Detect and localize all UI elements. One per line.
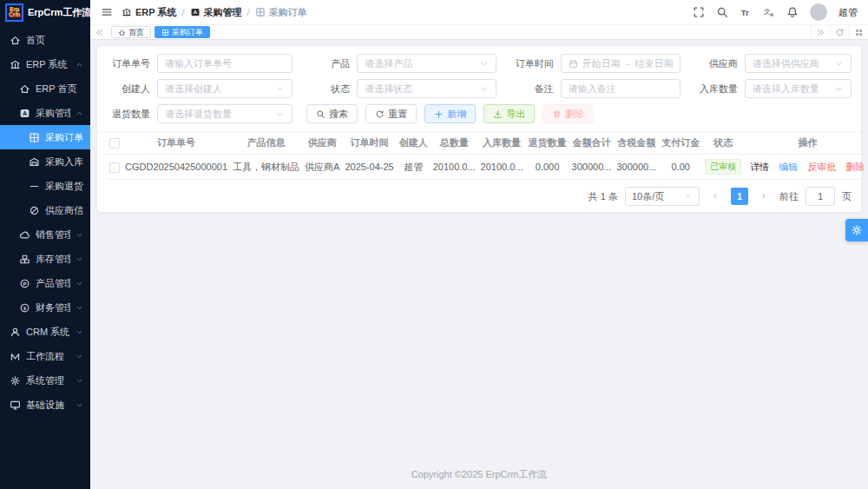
col-actions: 操作 bbox=[744, 132, 868, 155]
col-inbound-qty: 入库数量 bbox=[478, 132, 526, 155]
filter-return-qty: 退货数量 请选择退货数量 bbox=[107, 104, 293, 123]
tab-purchase-order[interactable]: 采购订单 bbox=[155, 26, 210, 38]
prev-page-button[interactable] bbox=[707, 188, 724, 205]
app-logo: Erp Crm bbox=[5, 3, 23, 22]
cell-return-qty: 0.000 bbox=[526, 155, 569, 180]
sidebar-item-purchase-mgmt[interactable]: A 采购管理 bbox=[0, 101, 90, 125]
scroll-tabs-left-button[interactable] bbox=[90, 25, 108, 39]
search-icon bbox=[316, 109, 326, 119]
sidebar-item-erp-home[interactable]: ERP 首页 bbox=[0, 76, 90, 101]
sidebar-item-purchase-return[interactable]: 采购退货 bbox=[0, 174, 90, 198]
chevron-down-icon bbox=[76, 255, 83, 263]
sidebar-item-sales-mgmt[interactable]: 销售管理 bbox=[0, 222, 90, 247]
search-button[interactable]: 搜索 bbox=[306, 104, 358, 123]
sidebar-item-purchase-order[interactable]: 采购订单 bbox=[0, 125, 90, 149]
delete-button[interactable]: 删除 bbox=[542, 104, 594, 123]
tab-options-button[interactable] bbox=[849, 25, 868, 39]
scroll-tabs-right-button[interactable] bbox=[811, 25, 830, 39]
row-checkbox[interactable] bbox=[109, 162, 120, 173]
product-select[interactable]: 请选择产品 bbox=[357, 54, 496, 73]
col-return-qty: 退货数量 bbox=[526, 132, 569, 155]
detail-link[interactable]: 详情 bbox=[750, 162, 769, 172]
sidebar-item-workflow[interactable]: 工作流程 bbox=[0, 344, 90, 368]
breadcrumb-separator: / bbox=[247, 7, 250, 17]
top-header: ERP 系统 / A 采购管理 / 采购订单 Tr 文A bbox=[90, 0, 868, 24]
reset-button[interactable]: 重置 bbox=[365, 104, 417, 123]
col-status: 状态 bbox=[702, 132, 744, 155]
hamburger-icon bbox=[101, 6, 113, 18]
workflow-icon bbox=[10, 351, 21, 362]
fullscreen-button[interactable] bbox=[693, 6, 705, 18]
font-size-button[interactable]: Tr bbox=[740, 6, 752, 18]
goto-page-input[interactable] bbox=[806, 187, 835, 206]
finance-icon: ¥ bbox=[19, 302, 30, 314]
translate-icon: 文A bbox=[763, 6, 775, 18]
filter-inbound-qty: 入库数量 请选择入库数量 bbox=[694, 79, 852, 98]
sidebar-item-infrastructure[interactable]: 基础设施 bbox=[0, 393, 90, 417]
hamburger-button[interactable] bbox=[101, 6, 113, 18]
sidebar-item-finance-mgmt[interactable]: ¥ 财务管理 bbox=[0, 295, 90, 320]
add-button[interactable]: 新增 bbox=[424, 104, 476, 123]
purchase-order-card: 订单单号 产品 请选择产品 订单时间 bbox=[96, 45, 862, 213]
translate-button[interactable]: 文A bbox=[763, 6, 775, 18]
supplier-select[interactable]: 请选择供供应商 bbox=[745, 54, 852, 73]
breadcrumb-erp-system[interactable]: ERP 系统 bbox=[122, 6, 176, 19]
search-button[interactable] bbox=[716, 6, 728, 18]
edit-link[interactable]: 编辑 bbox=[779, 162, 798, 172]
breadcrumb: ERP 系统 / A 采购管理 / 采购订单 bbox=[122, 6, 307, 19]
chevron-down-icon bbox=[834, 84, 844, 94]
order-no-input[interactable] bbox=[165, 58, 285, 69]
trash-icon bbox=[552, 109, 562, 119]
next-page-button[interactable] bbox=[755, 188, 773, 205]
sidebar-item-erp-system[interactable]: ERP 系统 bbox=[0, 52, 90, 76]
chevron-down-icon bbox=[76, 328, 83, 336]
tab-home[interactable]: 首页 bbox=[111, 26, 151, 38]
bank-icon bbox=[10, 59, 21, 70]
sidebar-item-purchase-inbound[interactable]: 采购入库 bbox=[0, 149, 90, 174]
status-select[interactable]: 请选择状态 bbox=[357, 79, 496, 98]
table-row: CGDD20250425000001 工具，钢材制品 供应商A 2025-04-… bbox=[107, 155, 868, 180]
minus-icon bbox=[29, 181, 40, 192]
logo-row[interactable]: Erp Crm ErpCrm工作流 bbox=[0, 0, 90, 24]
sidebar-menu: 首页 ERP 系统 ERP 首页 A 采购管理 采购订单 bbox=[0, 24, 90, 489]
sidebar-item-inventory-mgmt[interactable]: 库存管理 bbox=[0, 247, 90, 271]
sidebar-item-product-mgmt[interactable]: P 产品管理 bbox=[0, 271, 90, 295]
select-all-checkbox[interactable] bbox=[109, 138, 120, 149]
page-size-select[interactable]: 10条/页 bbox=[625, 187, 700, 206]
filter-remark: 备注 bbox=[510, 79, 681, 98]
theme-settings-button[interactable] bbox=[845, 219, 868, 241]
fullscreen-icon bbox=[693, 6, 705, 18]
remark-input[interactable] bbox=[569, 83, 673, 94]
chevron-right-icon bbox=[760, 192, 768, 201]
cell-tax-amount: 300000... bbox=[614, 155, 659, 180]
sidebar-item-system-mgmt[interactable]: 系统管理 bbox=[0, 368, 90, 393]
col-supplier: 供应商 bbox=[302, 132, 342, 155]
sidebar-item-supplier-info[interactable]: 供应商信息 bbox=[0, 198, 90, 222]
header-actions: Tr 文A 超管 bbox=[693, 3, 858, 21]
export-button[interactable]: 导出 bbox=[483, 104, 535, 123]
avatar[interactable] bbox=[810, 3, 827, 21]
order-time-daterange[interactable]: 开始日期 - 结束日期 bbox=[561, 54, 681, 73]
page-number-1[interactable]: 1 bbox=[731, 188, 748, 205]
sidebar-item-home[interactable]: 首页 bbox=[0, 28, 90, 52]
reverse-approve-link[interactable]: 反审批 bbox=[807, 162, 836, 172]
tags-bar: 首页 采购订单 bbox=[90, 24, 868, 40]
delete-link[interactable]: 删除 bbox=[845, 162, 865, 172]
sidebar-item-crm-system[interactable]: CRM 系统 bbox=[0, 320, 90, 344]
cell-deposit: 0.00 bbox=[659, 155, 702, 180]
cloud-icon bbox=[19, 229, 30, 241]
inbound-qty-select[interactable]: 请选择入库数量 bbox=[745, 79, 852, 98]
breadcrumb-purchase-mgmt[interactable]: A 采购管理 bbox=[190, 6, 242, 19]
chevron-down-icon bbox=[76, 304, 83, 312]
pagination: 共 1 条 10条/页 1 前往 页 bbox=[107, 187, 852, 206]
double-right-icon bbox=[816, 28, 825, 37]
cell-total-qty: 20100.0... bbox=[431, 155, 478, 180]
svg-text:Tr: Tr bbox=[741, 8, 749, 17]
box-a-icon: A bbox=[19, 108, 30, 119]
grid-dots-icon bbox=[854, 28, 864, 37]
return-qty-select[interactable]: 请选择退货数量 bbox=[157, 104, 293, 123]
refresh-tab-button[interactable] bbox=[830, 25, 849, 39]
creator-select[interactable]: 请选择创建人 bbox=[157, 79, 293, 98]
notifications-button[interactable] bbox=[786, 6, 799, 18]
home-icon bbox=[118, 29, 126, 36]
